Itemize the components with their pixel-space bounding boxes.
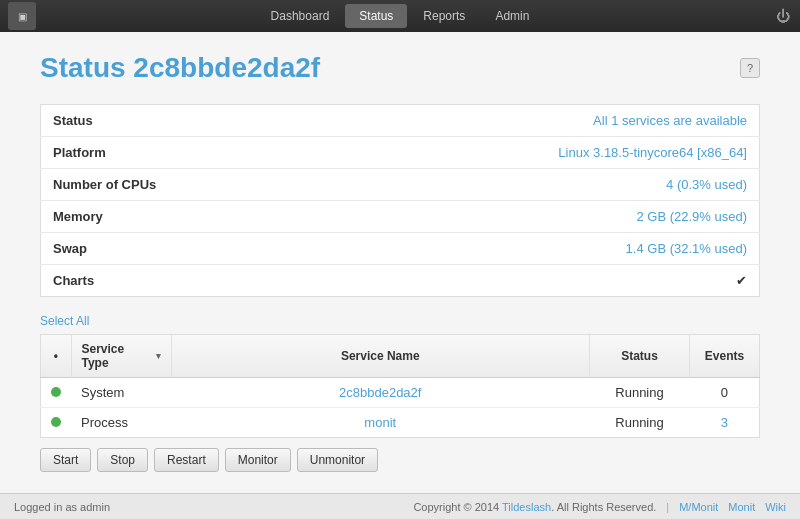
status-indicator: [41, 378, 72, 408]
info-row: PlatformLinux 3.18.5-tinycore64 [x86_64]: [41, 137, 760, 169]
start-button[interactable]: Start: [40, 448, 91, 472]
info-value: ✔: [221, 265, 760, 297]
col-header-status: Status: [590, 335, 690, 378]
info-row: Swap1.4 GB (32.1% used): [41, 233, 760, 265]
select-all-link[interactable]: Select All: [40, 314, 89, 328]
app-logo: ▣: [8, 2, 36, 30]
mmonit-link[interactable]: M/Monit: [679, 501, 718, 513]
table-row: ProcessmonitRunning3: [41, 408, 760, 438]
service-name-cell[interactable]: 2c8bbde2da2f: [171, 378, 590, 408]
info-value[interactable]: 1.4 GB (32.1% used): [221, 233, 760, 265]
service-type-cell: Process: [71, 408, 171, 438]
stop-button[interactable]: Stop: [97, 448, 148, 472]
info-row: Memory2 GB (22.9% used): [41, 201, 760, 233]
action-buttons: Start Stop Restart Monitor Unmonitor: [40, 448, 760, 472]
info-label: Platform: [41, 137, 221, 169]
page-header: Status 2c8bbde2da2f ?: [40, 52, 760, 84]
events-link[interactable]: 3: [721, 415, 728, 430]
info-value[interactable]: Linux 3.18.5-tinycore64 [x86_64]: [221, 137, 760, 169]
services-table-header: • Service Type ▾ Service Name Status Eve…: [41, 335, 760, 378]
info-table: StatusAll 1 services are availablePlatfo…: [40, 104, 760, 297]
col-header-service-type[interactable]: Service Type ▾: [71, 335, 171, 378]
nav-dashboard[interactable]: Dashboard: [257, 4, 344, 28]
page-title: Status 2c8bbde2da2f: [40, 52, 320, 84]
status-indicator: [41, 408, 72, 438]
col-header-bullet: •: [41, 335, 72, 378]
footer: Logged in as admin Copyright © 2014 Tild…: [0, 493, 800, 519]
info-row: StatusAll 1 services are available: [41, 105, 760, 137]
service-status-cell: Running: [590, 408, 690, 438]
sort-arrow-icon: ▾: [156, 351, 161, 361]
footer-separator: |: [666, 501, 669, 513]
restart-button[interactable]: Restart: [154, 448, 219, 472]
page-title-dynamic: 2c8bbde2da2f: [133, 52, 320, 83]
power-button[interactable]: ⏻: [776, 8, 790, 24]
main-content: Status 2c8bbde2da2f ? StatusAll 1 servic…: [0, 32, 800, 493]
nav-status[interactable]: Status: [345, 4, 407, 28]
status-dot-icon: [51, 417, 61, 427]
info-label: Status: [41, 105, 221, 137]
col-header-events: Events: [690, 335, 760, 378]
page-title-static: Status: [40, 52, 126, 83]
info-label: Memory: [41, 201, 221, 233]
table-row: System2c8bbde2da2fRunning0: [41, 378, 760, 408]
monitor-button[interactable]: Monitor: [225, 448, 291, 472]
footer-logged-in: Logged in as admin: [14, 501, 110, 513]
nav-reports[interactable]: Reports: [409, 4, 479, 28]
wiki-link[interactable]: Wiki: [765, 501, 786, 513]
info-value[interactable]: 2 GB (22.9% used): [221, 201, 760, 233]
service-type-cell: System: [71, 378, 171, 408]
info-label: Charts: [41, 265, 221, 297]
service-events-cell: 3: [690, 408, 760, 438]
help-button[interactable]: ?: [740, 58, 760, 78]
footer-right: Copyright © 2014 Tildeslash. All Rights …: [413, 501, 786, 513]
service-type-label: Service Type: [82, 342, 153, 370]
info-value[interactable]: All 1 services are available: [221, 105, 760, 137]
service-status-cell: Running: [590, 378, 690, 408]
monit-link[interactable]: Monit: [728, 501, 755, 513]
info-value[interactable]: 4 (0.3% used): [221, 169, 760, 201]
tildeslash-link[interactable]: Tildeslash: [502, 501, 551, 513]
status-dot-icon: [51, 387, 61, 397]
col-header-service-name: Service Name: [171, 335, 590, 378]
services-table-body: System2c8bbde2da2fRunning0ProcessmonitRu…: [41, 378, 760, 438]
info-row: Charts✔: [41, 265, 760, 297]
nav-links: Dashboard Status Reports Admin: [257, 4, 544, 28]
service-name-cell[interactable]: monit: [171, 408, 590, 438]
services-table: • Service Type ▾ Service Name Status Eve…: [40, 334, 760, 438]
top-navigation: ▣ Dashboard Status Reports Admin ⏻: [0, 0, 800, 32]
unmonitor-button[interactable]: Unmonitor: [297, 448, 378, 472]
service-events-cell: 0: [690, 378, 760, 408]
nav-admin[interactable]: Admin: [481, 4, 543, 28]
info-row: Number of CPUs4 (0.3% used): [41, 169, 760, 201]
info-label: Number of CPUs: [41, 169, 221, 201]
info-label: Swap: [41, 233, 221, 265]
footer-copyright: Copyright © 2014 Tildeslash. All Rights …: [413, 501, 656, 513]
